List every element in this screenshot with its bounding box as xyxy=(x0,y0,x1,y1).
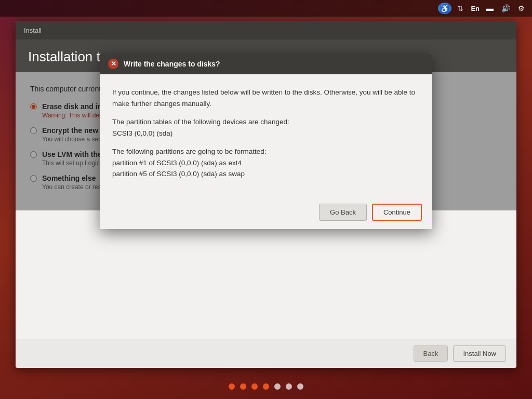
install-now-button[interactable]: Install Now xyxy=(453,345,506,362)
dialog-partition-table-detail: SCSI3 (0,0,0) (sda) xyxy=(112,129,172,137)
write-changes-dialog: ✕ Write the changes to disks? If you con… xyxy=(100,54,432,229)
settings-icon[interactable]: ⚙ xyxy=(514,3,528,14)
volume-icon[interactable]: 🔊 xyxy=(499,3,512,14)
battery-icon[interactable]: ▬ xyxy=(483,3,497,14)
network-icon[interactable]: ⇅ xyxy=(454,3,467,14)
progress-dot-6 xyxy=(286,383,292,390)
back-button[interactable]: Back xyxy=(414,345,448,362)
dialog-title: Write the changes to disks? xyxy=(124,60,220,68)
installer-body: This computer currently has no detected … xyxy=(16,72,516,210)
installer-window: Install Installation type This computer … xyxy=(16,21,516,368)
installer-header: Install xyxy=(16,21,516,39)
progress-dot-5 xyxy=(274,383,281,390)
dialog-format-header: The following partitions are going to be… xyxy=(112,148,266,155)
modal-overlay: ✕ Write the changes to disks? If you con… xyxy=(16,72,516,210)
progress-dot-4 xyxy=(263,383,269,390)
dialog-body: If you continue, the changes listed belo… xyxy=(100,74,432,197)
dialog-footer: Go Back Continue xyxy=(100,197,432,229)
progress-dots xyxy=(0,383,532,390)
progress-dot-7 xyxy=(297,383,303,390)
system-topbar: ♿ ⇅ En ▬ 🔊 ⚙ xyxy=(0,0,532,17)
dialog-partition-table-section: The partition tables of the following de… xyxy=(112,116,420,139)
dialog-format-detail2: partition #5 of SCSI3 (0,0,0) (sda) as s… xyxy=(112,170,245,178)
dialog-partition-table-header: The partition tables of the following de… xyxy=(112,118,289,126)
dialog-body-intro: If you continue, the changes listed belo… xyxy=(112,87,420,109)
continue-button[interactable]: Continue xyxy=(372,204,422,221)
dialog-close-button[interactable]: ✕ xyxy=(108,59,118,69)
installer-bottom-bar: Back Install Now xyxy=(16,339,516,368)
go-back-button[interactable]: Go Back xyxy=(319,204,367,221)
progress-dot-1 xyxy=(229,383,235,390)
dialog-format-detail1: partition #1 of SCSI3 (0,0,0) (sda) as e… xyxy=(112,159,242,167)
language-indicator[interactable]: En xyxy=(469,5,481,12)
dialog-header: ✕ Write the changes to disks? xyxy=(100,54,432,74)
accessibility-icon[interactable]: ♿ xyxy=(438,3,451,14)
progress-dot-3 xyxy=(251,383,258,390)
dialog-format-section: The following partitions are going to be… xyxy=(112,146,420,180)
installer-window-title: Install xyxy=(24,26,42,34)
progress-dot-2 xyxy=(240,383,246,390)
